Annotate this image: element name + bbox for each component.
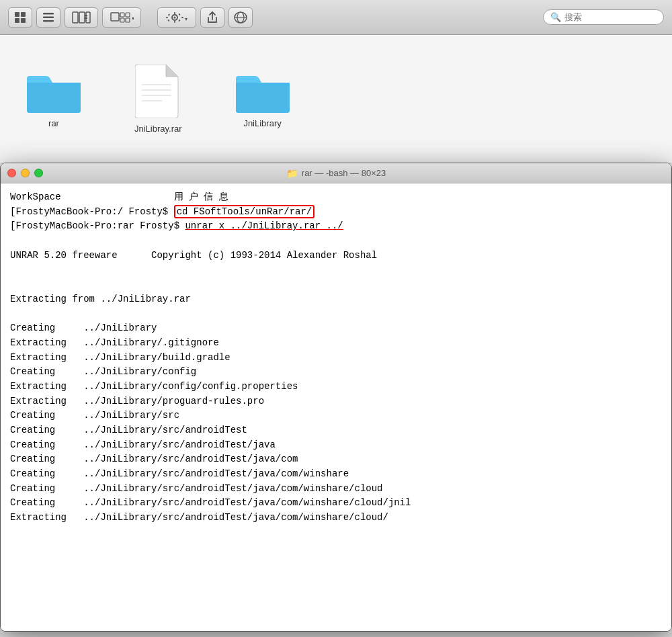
finder-content: rar JniLibray.rar JniLibrary [0,35,672,163]
svg-rect-24 [168,13,171,16]
file-item-label: JniLibray.rar [134,124,182,134]
svg-rect-4 [43,13,54,15]
terminal-line: Extracting from ../JniLibray.rar [10,292,662,307]
terminal-titlebar: 📁 rar — -bash — 80×23 [1,163,671,183]
terminal-title-text: rar — -bash — 80×23 [302,168,386,178]
list-item[interactable]: JniLibrary [236,69,290,128]
svg-rect-14 [126,13,130,17]
gear-button[interactable]: ▾ [157,7,196,28]
terminal-line: Creating ../JniLibrary/src/androidTest/j… [10,496,662,511]
svg-rect-22 [166,17,168,18]
doc-icon-jnilibray-rar [135,65,181,118]
terminal-body[interactable]: WorkSpace 用 户 信 息 [FrostyMacBook-Pro:/ F… [1,183,671,631]
svg-rect-2 [15,18,19,23]
terminal-line: Creating ../JniLibrary [10,321,662,336]
terminal-line: Extracting ../JniLibrary/proguard-rules.… [10,394,662,409]
finder-toolbar: ▾ ▾ 🔍 [0,0,672,35]
terminal-line: Extracting ../JniLibrary/.gitignore [10,336,662,351]
share-button[interactable] [200,7,224,28]
svg-rect-20 [174,12,175,14]
close-button[interactable] [7,169,16,177]
grid-view-button[interactable] [8,7,32,28]
svg-rect-27 [167,19,170,22]
gallery-view-button[interactable]: ▾ [102,7,141,28]
svg-rect-0 [15,12,19,17]
folder-icon-jnilibrary [236,69,290,113]
list-item[interactable]: rar [27,69,81,128]
terminal-line: Extracting ../JniLibrary/src/androidTest… [10,511,662,525]
svg-rect-3 [21,18,26,23]
terminal-line: Extracting ../JniLibrary/build.gradle [10,351,662,366]
svg-text:▾: ▾ [132,15,134,22]
search-box[interactable]: 🔍 [543,9,664,25]
underlined-command: unrar x ../JniLibray.rar ../ [185,220,343,231]
svg-rect-25 [178,19,181,22]
svg-rect-15 [120,18,124,22]
terminal-line: Creating ../JniLibrary/src/androidTest/j… [10,452,662,467]
search-icon: 🔍 [550,12,561,22]
terminal-window: 📁 rar — -bash — 80×23 WorkSpace 用 户 信 息 … [0,163,672,632]
minimize-button[interactable] [21,169,30,177]
terminal-title: 📁 rar — -bash — 80×23 [286,168,386,179]
terminal-line: [FrostyMacBook-Pro:/ Frosty$ cd FSoftToo… [10,205,662,220]
terminal-line: UNRAR 5.20 freeware Copyright (c) 1993-2… [10,249,662,263]
svg-rect-13 [120,13,124,17]
svg-rect-1 [21,12,26,17]
terminal-line: WorkSpace 用 户 信 息 [10,190,662,205]
terminal-line: Creating ../JniLibrary/config [10,365,662,380]
terminal-line: [FrostyMacBook-Pro:rar Frosty$ unrar x .… [10,219,662,234]
blank-line [10,278,662,292]
terminal-line: Creating ../JniLibrary/src [10,409,662,423]
blank-line [10,234,662,249]
svg-rect-26 [178,13,181,15]
svg-rect-8 [79,12,85,23]
traffic-lights [7,169,43,177]
terminal-line: Creating ../JniLibrary/src/androidTest/j… [10,467,662,482]
highlighted-command: cd FSoftTools/unRar/rar/ [174,205,315,218]
file-item-label: JniLibrary [243,118,281,128]
list-view-button[interactable] [36,7,60,28]
svg-point-19 [174,16,176,18]
folder-icon-small: 📁 [286,168,298,179]
search-input[interactable] [564,12,652,22]
columns-view-button[interactable] [65,7,98,28]
svg-rect-12 [111,13,119,21]
terminal-line: Extracting ../JniLibrary/config/config.p… [10,380,662,394]
svg-text:▾: ▾ [185,16,187,22]
terminal-line: Creating ../JniLibrary/src/androidTest [10,423,662,438]
maximize-button[interactable] [34,169,43,177]
folder-icon-rar [27,69,81,113]
blank-line [10,263,662,278]
list-item[interactable]: JniLibray.rar [134,65,182,134]
svg-rect-6 [43,20,54,22]
terminal-line: Creating ../JniLibrary/src/androidTest/j… [10,438,662,453]
svg-rect-21 [174,21,175,23]
svg-rect-7 [73,12,78,23]
svg-rect-16 [126,18,130,22]
svg-rect-23 [181,17,183,18]
tag-button[interactable] [228,7,253,28]
svg-rect-5 [43,16,54,18]
terminal-line: Creating ../JniLibrary/src/androidTest/j… [10,482,662,497]
file-item-label: rar [48,118,59,128]
blank-line [10,307,662,322]
